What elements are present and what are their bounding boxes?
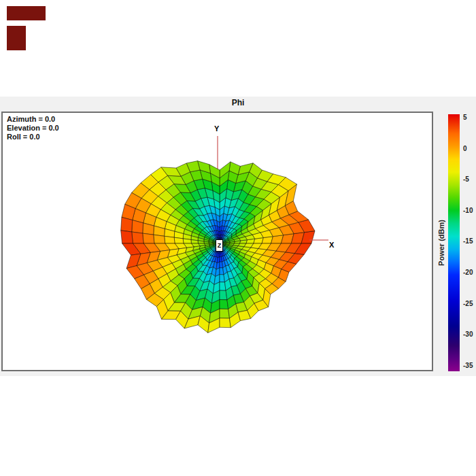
colorbar-tick: -15 (463, 237, 473, 245)
z-axis-label-box: Z (216, 239, 223, 252)
colorbar-tick: 5 (463, 114, 467, 122)
mesh-cell (121, 217, 133, 232)
mesh-cell (165, 236, 175, 243)
radiation-pattern-3d-view[interactable] (0, 0, 476, 476)
mesh-cell (121, 231, 133, 243)
mesh-cell (143, 233, 154, 243)
colorbar-tick: -10 (463, 207, 473, 215)
colorbar-tick: -5 (463, 175, 469, 184)
colorbar-tick: 0 (463, 145, 467, 153)
mesh-cell (174, 237, 184, 243)
mesh-cell (154, 235, 165, 243)
mesh-cell (220, 300, 228, 309)
mesh-cell (220, 318, 231, 328)
power-colorbar (448, 114, 460, 371)
mesh-cell (132, 232, 143, 243)
colorbar-tick: -30 (463, 330, 473, 339)
colorbar-axis-label: Power (dBm) (437, 220, 445, 266)
y-axis-label: Y (214, 124, 219, 133)
colorbar-tick: -35 (463, 362, 473, 370)
x-axis-label: X (329, 241, 334, 249)
mesh-cell (220, 309, 230, 318)
colorbar-tick: -25 (463, 300, 473, 308)
colorbar-tick: -20 (463, 269, 473, 277)
